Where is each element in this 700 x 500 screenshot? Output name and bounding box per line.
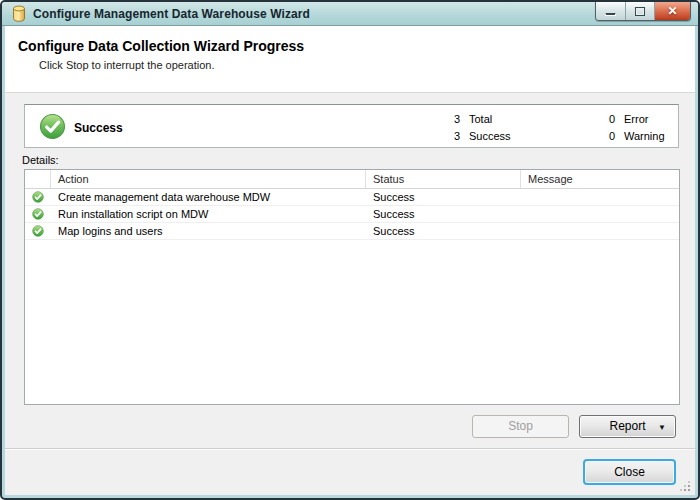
report-button-label: Report [609,419,645,433]
details-table: Action Status Message Create management … [24,169,680,405]
wizard-header: Configure Data Collection Wizard Progres… [5,26,695,93]
column-header-icon[interactable] [25,170,51,188]
cell-action: Create management data warehouse MDW [51,191,366,203]
stat-success: 3 Success [430,127,585,144]
row-success-icon [32,191,44,203]
stat-total: 3 Total [430,110,585,127]
stat-total-label: Total [469,113,492,125]
stat-warning: 0 Warning [585,127,665,144]
table-row[interactable]: Create management data warehouse MDW Suc… [25,189,679,206]
minimize-icon [605,13,616,16]
row-success-icon [32,208,44,220]
close-window-button[interactable]: ✕ [655,2,690,20]
table-row[interactable]: Map logins and users Success [25,223,679,240]
stat-error-label: Error [624,113,648,125]
wizard-window: Configure Management Data Warehouse Wiza… [0,0,700,500]
cell-status: Success [366,208,521,220]
page-subtitle: Click Stop to interrupt the operation. [39,59,214,71]
close-icon: ✕ [667,5,677,17]
wizard-footer: Close [5,448,695,495]
row-success-icon [32,225,44,237]
chevron-down-icon: ▼ [658,417,666,438]
title-bar[interactable]: Configure Management Data Warehouse Wiza… [2,2,698,26]
window-controls: ✕ [595,2,691,21]
success-check-icon [39,113,66,140]
maximize-icon [635,7,645,16]
window-title: Configure Management Data Warehouse Wiza… [33,7,310,21]
stop-button[interactable]: Stop [472,415,569,438]
summary-stats: 3 Total 3 Success 0 Error 0 Warn [430,110,665,144]
database-icon [11,5,27,22]
stat-success-label: Success [469,130,511,142]
summary-panel: Success 3 Total 3 Success 0 Error [24,104,679,148]
stat-success-value: 3 [430,130,460,142]
details-label: Details: [22,154,59,166]
report-button[interactable]: Report ▼ [579,415,676,438]
table-row[interactable]: Run installation script on MDW Success [25,206,679,223]
status-label: Success [74,121,123,135]
cell-status: Success [366,225,521,237]
page-title: Configure Data Collection Wizard Progres… [18,38,304,54]
cell-action: Run installation script on MDW [51,208,366,220]
minimize-button[interactable] [596,2,626,20]
column-header-message[interactable]: Message [521,170,679,188]
maximize-button[interactable] [626,2,655,20]
column-header-action[interactable]: Action [51,170,366,188]
stat-warning-label: Warning [624,130,665,142]
stat-error-value: 0 [585,113,615,125]
cell-status: Success [366,191,521,203]
close-button[interactable]: Close [583,459,676,485]
stat-total-value: 3 [430,113,460,125]
stat-error: 0 Error [585,110,665,127]
cell-action: Map logins and users [51,225,366,237]
column-header-status[interactable]: Status [366,170,521,188]
wizard-body: Success 3 Total 3 Success 0 Error [5,93,695,448]
resize-grip-icon[interactable] [679,480,690,491]
stat-warning-value: 0 [585,130,615,142]
table-header: Action Status Message [25,170,679,189]
